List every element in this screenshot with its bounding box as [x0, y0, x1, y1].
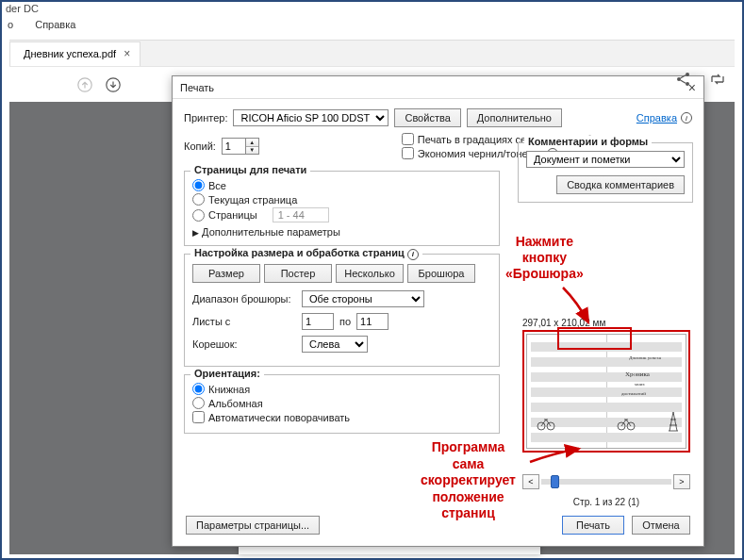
comments-forms-group: Комментарии и формы Документ и пометки С…	[518, 142, 693, 203]
radio-landscape[interactable]: Альбомная	[192, 397, 491, 409]
preview-highlight: Дневник успеха Хроника моих достижений	[522, 330, 690, 453]
menubar: о Справка	[2, 19, 742, 36]
radio-current-page[interactable]: Текущая страница	[192, 193, 491, 206]
preview-text: Дневник успеха	[629, 355, 661, 360]
sheets-to-input[interactable]	[356, 313, 389, 330]
comments-legend: Комментарии и формы	[524, 136, 652, 147]
spin-down-icon[interactable]: ▼	[246, 147, 258, 155]
sheets-to-label: по	[339, 316, 351, 327]
app-title: der DC	[6, 3, 39, 14]
document-tab[interactable]: Дневник успеха.pdf ×	[9, 41, 141, 66]
menu-item[interactable]: о	[8, 19, 13, 30]
autorotate-checkbox-row[interactable]: Автоматически поворачивать	[192, 411, 491, 423]
sheets-from-input[interactable]	[302, 313, 334, 330]
copies-spinner[interactable]: ▲▼	[222, 138, 259, 155]
upload-icon[interactable]	[75, 75, 94, 94]
bicycle-icon	[537, 414, 555, 431]
radio-portrait[interactable]: Книжная	[192, 383, 491, 395]
preview-text: моих	[635, 382, 645, 387]
pages-legend: Страницы для печати	[190, 164, 310, 175]
next-page-button[interactable]: >	[673, 474, 690, 489]
print-preview: Дневник успеха Хроника моих достижений	[526, 334, 686, 449]
document-tabbar: Дневник успеха.pdf ×	[9, 40, 735, 66]
preview-page-indicator: Стр. 1 из 22 (1)	[522, 497, 690, 507]
advanced-button[interactable]: Дополнительно	[467, 108, 562, 127]
grayscale-checkbox[interactable]	[402, 133, 414, 145]
binding-select[interactable]: Слева	[302, 336, 368, 353]
summarize-comments-button[interactable]: Сводка комментариев	[556, 175, 685, 194]
replace-icon[interactable]	[708, 70, 727, 89]
slider-thumb[interactable]	[551, 475, 559, 488]
inksave-checkbox[interactable]	[402, 147, 414, 159]
preview-page-slider[interactable]: < >	[522, 474, 690, 489]
page-sizing-group: Настройка размера и обработка страниц i …	[184, 254, 500, 367]
annotation-autoadjust: Программа сама скорректирует положение с…	[421, 439, 516, 522]
radio-all-pages[interactable]: Все	[192, 179, 491, 191]
properties-button[interactable]: Свойства	[394, 108, 460, 127]
binding-label: Корешок:	[192, 338, 296, 350]
pages-to-print-group: Страницы для печати Все Текущая страница…	[184, 171, 500, 246]
info-icon[interactable]: i	[407, 249, 419, 260]
preview-dimensions: 297,01 x 210,02 мм	[522, 318, 690, 328]
close-tab-icon[interactable]: ×	[124, 47, 130, 60]
print-button[interactable]: Печать	[562, 516, 624, 535]
orientation-group: Ориентация: Книжная Альбомная Автоматиче…	[184, 374, 500, 434]
bicycle-icon	[617, 414, 636, 431]
booklet-button[interactable]: Брошюра	[407, 264, 475, 283]
spin-up-icon[interactable]: ▲	[246, 139, 258, 147]
multiple-button[interactable]: Несколько	[336, 264, 404, 283]
help-link[interactable]: Справка	[637, 112, 677, 124]
share-icon[interactable]	[674, 70, 693, 89]
copies-label: Копий:	[184, 140, 216, 152]
radio-page-range[interactable]: Страницы 1 - 44	[192, 207, 491, 222]
more-params-link[interactable]: Дополнительные параметры	[202, 226, 340, 238]
poster-button[interactable]: Постер	[264, 264, 332, 283]
annotation-press-brochure: Нажмите кнопку «Брошюра»	[505, 234, 584, 281]
page-range-hint: 1 - 44	[273, 207, 329, 222]
menu-item[interactable]: Справка	[35, 19, 75, 30]
preview-text: достижений	[621, 391, 646, 396]
sheets-from-label: Листы с	[192, 316, 296, 327]
cancel-button[interactable]: Отмена	[632, 516, 690, 535]
copies-input[interactable]	[223, 139, 245, 154]
sizing-legend: Настройка размера и обработка страниц i	[190, 247, 422, 260]
booklet-range-select[interactable]: Обе стороны	[302, 290, 424, 307]
svg-point-3	[686, 73, 689, 76]
booklet-range-label: Диапазон брошюры:	[192, 293, 296, 305]
dialog-title: Печать	[180, 76, 214, 99]
svg-point-4	[686, 82, 689, 86]
prev-page-button[interactable]: <	[522, 474, 539, 489]
slider-track[interactable]	[541, 479, 671, 485]
comments-select[interactable]: Документ и пометки	[526, 151, 685, 168]
expand-arrow-icon[interactable]: ▶	[192, 228, 199, 238]
download-icon[interactable]	[104, 75, 123, 94]
document-tab-label: Дневник успеха.pdf	[24, 48, 116, 59]
eiffel-tower-icon	[667, 410, 680, 433]
orientation-legend: Ориентация:	[190, 368, 264, 379]
size-button[interactable]: Размер	[192, 264, 260, 283]
info-icon[interactable]: i	[681, 112, 692, 124]
printer-label: Принтер:	[184, 112, 227, 124]
printer-select[interactable]: RICOH Aficio SP 100 DDST	[233, 109, 389, 126]
page-setup-button[interactable]: Параметры страницы...	[186, 516, 320, 535]
preview-text: Хроника	[625, 371, 650, 378]
